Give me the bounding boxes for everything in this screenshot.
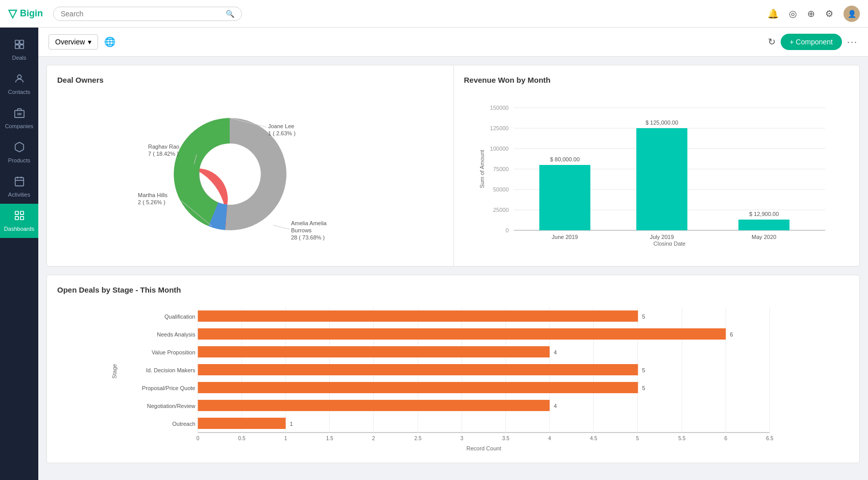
- sidebar-item-contacts[interactable]: Contacts: [0, 67, 38, 101]
- bar-needs: [198, 328, 726, 340]
- overview-button[interactable]: Overview ▾: [49, 34, 98, 50]
- app-body: Deals Contacts Companies Products Activi…: [0, 28, 868, 480]
- bar-label-may: $ 12,900.00: [749, 211, 779, 217]
- activities-icon: [14, 176, 25, 189]
- search-icon: 🔍: [226, 10, 234, 18]
- globe-icon[interactable]: 🌐: [104, 36, 115, 47]
- svg-rect-0: [15, 40, 18, 44]
- y-label-25000: 25000: [493, 207, 509, 213]
- xtick-5: 5: [636, 436, 639, 441]
- add-icon[interactable]: ⊕: [807, 8, 815, 19]
- deal-owners-card: Deal Owners: [46, 65, 453, 267]
- refresh-button[interactable]: ↻: [768, 36, 776, 47]
- deal-owners-title: Deal Owners: [57, 76, 443, 84]
- revenue-card: Revenue Won by Month 150000 125000 10000: [453, 65, 860, 267]
- bar-negotiation: [198, 400, 550, 411]
- svg-rect-14: [20, 211, 23, 214]
- label-joane: Joane Lee: [268, 123, 294, 129]
- sidebar-item-companies[interactable]: Companies: [0, 101, 38, 135]
- open-deals-svg: 0 0.5 1 1.5 2 2.5 3 3.5: [57, 302, 844, 450]
- stage-label-value: Value Proposition: [152, 349, 195, 355]
- x-axis-label: Record Count: [467, 445, 501, 450]
- sidebar-label-dashboards: Dashboards: [4, 226, 34, 232]
- xtick-0: 0: [197, 436, 200, 441]
- y-label-125000: 125000: [490, 125, 509, 131]
- bar-proposal: [198, 382, 638, 393]
- sidebar-item-dashboards[interactable]: Dashboards: [0, 204, 38, 238]
- svg-rect-9: [15, 178, 23, 186]
- y-axis-label: Sum of Amount: [479, 150, 485, 188]
- svg-rect-1: [19, 40, 23, 44]
- dashboard-header: Overview ▾ 🌐 ↻ + Component ···: [38, 28, 868, 57]
- label-raghav-val: 7 ( 18.42% ): [148, 151, 179, 157]
- xtick-25: 2.5: [415, 436, 422, 441]
- sidebar-label-products: Products: [8, 157, 30, 163]
- dropdown-arrow-icon: ▾: [88, 38, 91, 46]
- stage-label-needs: Needs Analysis: [157, 331, 196, 338]
- bar-decision: [198, 364, 638, 375]
- avatar[interactable]: 👤: [843, 6, 860, 22]
- svg-rect-13: [15, 211, 18, 214]
- contacts-icon: [14, 73, 25, 87]
- target-icon[interactable]: ◎: [789, 8, 797, 19]
- bar-june: [539, 165, 590, 230]
- y-label-150000: 150000: [490, 105, 509, 111]
- sidebar-label-deals: Deals: [12, 55, 26, 61]
- bar-outreach: [198, 418, 286, 429]
- xtick-05: 0.5: [238, 436, 246, 441]
- xtick-6: 6: [725, 436, 728, 441]
- revenue-chart-svg: 150000 125000 100000 75000 50000: [464, 92, 850, 246]
- xtick-15: 1.5: [326, 436, 333, 441]
- sidebar-item-activities[interactable]: Activities: [0, 170, 38, 204]
- overview-label: Overview: [55, 38, 85, 46]
- y-label-50000: 50000: [493, 186, 509, 193]
- connector-amelia: [273, 225, 290, 229]
- y-label-0: 0: [505, 227, 509, 233]
- charts-grid: Deal Owners: [46, 65, 860, 267]
- x-axis-label: Closing Date: [653, 241, 685, 246]
- xtick-65: 6.5: [766, 436, 774, 441]
- dashboards-icon: [14, 210, 25, 224]
- notifications-icon[interactable]: 🔔: [767, 8, 779, 19]
- bar-qualification: [198, 310, 638, 322]
- label-amelia-val: 28 ( 73.68% ): [291, 234, 325, 241]
- stage-label-negotiation: Negotiation/Review: [147, 403, 196, 409]
- xtick-45: 4.5: [590, 436, 597, 441]
- bar-val-negotiation: 4: [554, 403, 557, 409]
- main-content: Overview ▾ 🌐 ↻ + Component ··· Deal Owne…: [38, 28, 868, 480]
- settings-icon[interactable]: ⚙: [825, 8, 833, 19]
- xtick-1: 1: [284, 436, 287, 441]
- add-component-button[interactable]: + Component: [781, 34, 842, 50]
- open-deals-title: Open Deals by Stage - This Month: [57, 285, 844, 294]
- bar-value: [198, 346, 550, 357]
- bar-val-proposal: 5: [642, 385, 645, 391]
- y-label-100000: 100000: [490, 146, 509, 152]
- svg-point-4: [17, 75, 21, 79]
- bar-label-june: $ 80,000.00: [550, 156, 580, 162]
- more-options-button[interactable]: ···: [847, 37, 858, 47]
- xtick-35: 3.5: [502, 436, 510, 441]
- revenue-title: Revenue Won by Month: [464, 76, 850, 84]
- deals-icon: [14, 39, 25, 53]
- search-input[interactable]: [61, 10, 226, 18]
- y-label-75000: 75000: [493, 166, 509, 172]
- label-joane-val: 1 ( 2.63% ): [268, 130, 296, 136]
- sidebar-item-deals[interactable]: Deals: [0, 33, 38, 67]
- logo-icon: ▽: [8, 7, 17, 20]
- search-bar[interactable]: 🔍: [53, 7, 242, 21]
- label-raghav: Raghav Rao: [148, 143, 179, 150]
- logo[interactable]: ▽ Bigin: [8, 7, 43, 20]
- bar-july: [636, 128, 687, 230]
- open-deals-chart-container: 0 0.5 1 1.5 2 2.5 3 3.5: [57, 302, 844, 452]
- sidebar-label-companies: Companies: [5, 123, 34, 129]
- xtick-2: 2: [372, 436, 375, 441]
- sidebar-label-contacts: Contacts: [8, 89, 30, 95]
- products-icon: [14, 141, 25, 155]
- add-component-label: + Component: [790, 38, 833, 46]
- svg-rect-2: [15, 45, 18, 49]
- revenue-chart-container: 150000 125000 100000 75000 50000: [464, 92, 850, 246]
- svg-rect-16: [20, 217, 23, 220]
- xtick-55: 5.5: [679, 436, 686, 441]
- donut-chart-svg: Joane Lee 1 ( 2.63% ) Raghav Rao 7 ( 18.…: [123, 98, 378, 251]
- sidebar-item-products[interactable]: Products: [0, 135, 38, 170]
